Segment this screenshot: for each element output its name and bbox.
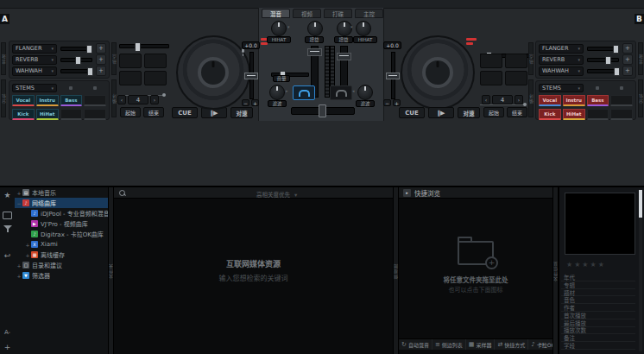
loop-half-button[interactable]: ‹ [117, 95, 126, 104]
stem-pad[interactable]: Vocal [12, 95, 35, 106]
tree-item[interactable]: + ▤ 本地音乐 [15, 187, 108, 198]
effect-slider[interactable] [60, 47, 92, 51]
stem-pad[interactable]: Bass [60, 95, 83, 106]
sideview-button[interactable]: ▦ 采样器 [466, 339, 496, 350]
chevron-icon[interactable]: ▸ [286, 88, 288, 93]
left-filter-knob[interactable] [269, 85, 285, 100]
sideview-collapse-strip[interactable]: 侧视图 [393, 187, 399, 354]
deck-a-jog-wheel[interactable] [176, 35, 250, 110]
effect-slider[interactable] [60, 58, 92, 62]
effect-activate-button[interactable]: + [96, 66, 106, 76]
tree-item[interactable]: + X Xiami [15, 239, 108, 250]
loop-size-value[interactable]: 4 [128, 95, 148, 104]
deck-b-jog-wheel[interactable] [401, 35, 475, 110]
stem-pad[interactable] [587, 109, 609, 120]
pad[interactable] [480, 54, 502, 68]
headphone-cue-left-button[interactable] [293, 85, 315, 100]
deck-a-volume-slider[interactable] [119, 44, 169, 48]
crossfader-handle[interactable] [319, 104, 326, 117]
tree-expander[interactable]: + [25, 252, 30, 258]
stem-pad[interactable] [60, 109, 83, 120]
pad[interactable] [119, 71, 142, 85]
favorites-star-icon[interactable]: ★ [0, 191, 15, 199]
tree-item[interactable]: + ▼ 筛选器 [15, 270, 108, 281]
more-dot-icon[interactable]: · [548, 341, 550, 348]
loop-in-button[interactable]: 起始 [483, 107, 504, 117]
search-sort-hint[interactable]: 高相关度优先 ▾ [256, 190, 297, 199]
expand-arrow-icon[interactable]: ↪ [540, 341, 545, 348]
loop-out-button[interactable]: 结束 [143, 107, 164, 117]
pad[interactable] [144, 54, 167, 68]
effect-select[interactable]: REVERB ▾ [539, 55, 584, 65]
effect-slider-handle[interactable] [605, 56, 611, 65]
loop-half-button[interactable]: ‹ [482, 95, 490, 104]
effect-slider-handle[interactable] [87, 67, 93, 76]
effect-slider-handle[interactable] [75, 56, 81, 65]
stem-pad[interactable]: HiHat [36, 109, 59, 120]
loop-double-button[interactable]: › [515, 95, 523, 104]
sideview-button[interactable]: ≡ 侧边列表 [432, 339, 466, 350]
effect-select[interactable]: REVERB ▾ [12, 55, 57, 65]
stem-pad[interactable] [610, 109, 633, 120]
chevron-icon[interactable]: ▾ [350, 24, 353, 29]
tree-expander[interactable]: + [16, 273, 22, 279]
sync-button[interactable]: 对速 [230, 107, 253, 118]
effect-select[interactable]: WAHWAH ▾ [539, 66, 584, 76]
mixer-left-fx-knob[interactable] [271, 21, 287, 36]
mixer-right-fx-knob[interactable] [356, 21, 371, 36]
pad[interactable] [480, 71, 502, 85]
tree-item[interactable]: − ♪ 网络曲库 [15, 198, 108, 208]
stem-pad[interactable]: Kick [12, 109, 35, 120]
stem-pad[interactable] [610, 95, 633, 106]
pitch-plus-button[interactable]: + [393, 99, 401, 106]
tree-expander[interactable]: − [16, 200, 22, 206]
pad[interactable] [505, 71, 527, 85]
tree-expander[interactable]: + [16, 262, 22, 269]
pitch-fader-handle[interactable] [386, 73, 400, 79]
pad[interactable] [144, 71, 167, 85]
effect-slider-handle[interactable] [614, 67, 620, 76]
font-size-button[interactable]: A- [0, 329, 15, 336]
mixer-tab[interactable]: 打碟 [324, 9, 352, 18]
info-scrollbar-thumb[interactable] [639, 190, 642, 218]
effect-activate-button[interactable]: + [622, 43, 633, 54]
quick-browse-header[interactable]: ▸ 快捷浏览 [399, 187, 552, 199]
pad[interactable] [119, 54, 142, 68]
effect-activate-button[interactable]: + [96, 43, 106, 54]
sideview-button[interactable]: ⇄ 快捷方式 [495, 339, 528, 350]
right-filter-knob[interactable] [357, 85, 373, 100]
stems-option-dot[interactable] [620, 86, 623, 90]
deck-b-fx-strip[interactable]: 音效 [638, 42, 643, 75]
tree-expander[interactable]: + [25, 242, 30, 248]
info-collapse-strip[interactable]: 文件信息 [552, 187, 559, 354]
effect-slider-handle[interactable] [86, 45, 92, 54]
tree-item[interactable]: ▶ VJ'Pro - 视频曲库 [15, 218, 108, 229]
tree-item[interactable]: + ▦ 离线缓存 [15, 250, 108, 260]
pitch-minus-button[interactable]: − [383, 99, 391, 106]
effect-select[interactable]: FLANGER ▾ [12, 44, 57, 54]
rating-stars[interactable]: ★★★★★ [566, 261, 606, 269]
effect-slider[interactable] [60, 69, 92, 73]
stems-select[interactable]: STEMS ▾ [539, 84, 584, 92]
stem-pad[interactable]: Bass [587, 95, 609, 106]
loop-out-button[interactable]: 结束 [507, 107, 527, 117]
deck-a-hotcue-strip[interactable]: 热点 [111, 42, 117, 75]
loop-double-button[interactable]: › [150, 95, 159, 104]
stem-pad[interactable] [84, 109, 106, 120]
effect-select[interactable]: FLANGER ▾ [539, 44, 584, 54]
folder-drop-icon[interactable]: + [458, 241, 494, 265]
deck-a-fx-strip[interactable]: 音效 [1, 42, 6, 75]
back-undo-icon[interactable]: ↩ [0, 251, 15, 260]
add-button[interactable]: + [0, 343, 15, 351]
loop-in-button[interactable]: 起始 [120, 107, 141, 117]
headphone-cue-right-button[interactable] [330, 85, 352, 100]
effect-select[interactable]: WAHWAH ▾ [12, 66, 57, 76]
channel-2-fader-handle[interactable] [337, 53, 351, 60]
mixer-tab[interactable]: 混音 [262, 9, 290, 18]
tree-item[interactable]: ♪ Digitrax - 卡拉OK曲库 [15, 229, 108, 239]
play-pause-button[interactable]: ‖▶ [428, 107, 454, 118]
stem-pad[interactable]: Instru [36, 95, 59, 106]
pitch-minus-button[interactable]: − [242, 99, 249, 106]
search-bar[interactable]: 高相关度优先 ▾ [114, 187, 393, 199]
stems-option-dot[interactable] [93, 86, 97, 90]
